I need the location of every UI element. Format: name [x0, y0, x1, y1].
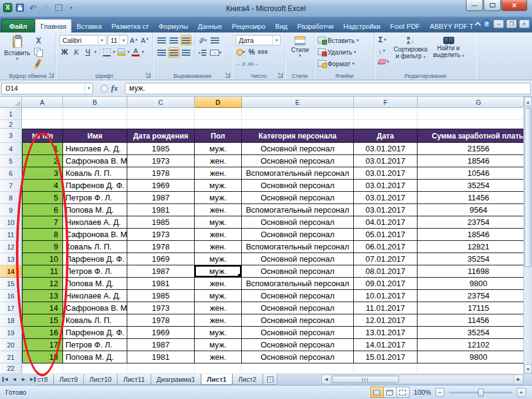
cell-B15[interactable]: Попова М. Д.: [63, 278, 127, 290]
cell-A19[interactable]: 16: [22, 327, 63, 339]
cell-D16[interactable]: муж.: [195, 290, 242, 302]
cell-B3[interactable]: Имя: [63, 129, 127, 143]
column-header-A[interactable]: A: [22, 97, 63, 108]
cell-G21[interactable]: 9800: [418, 351, 523, 363]
cell-D4[interactable]: муж.: [195, 143, 242, 155]
scroll-up-button[interactable]: ▲: [524, 97, 532, 107]
cell-B19[interactable]: Парфенов Д. Ф.: [63, 327, 127, 339]
insert-sheet-button[interactable]: [263, 374, 277, 385]
cell-C13[interactable]: 1969: [127, 253, 195, 265]
clear-button[interactable]: ▾: [378, 57, 390, 67]
name-box[interactable]: D14 ▾: [1, 83, 93, 94]
paste-button[interactable]: Вставить ▾: [3, 35, 31, 67]
copy-button[interactable]: [33, 47, 43, 56]
cell-A18[interactable]: 15: [22, 314, 63, 327]
zoom-out-button[interactable]: −: [435, 388, 444, 397]
cell-E8[interactable]: Основной персонал: [242, 192, 354, 204]
cell-G1[interactable]: [418, 108, 523, 120]
cell-F11[interactable]: 05.01.2017: [354, 229, 418, 241]
cell-C7[interactable]: 1969: [127, 180, 195, 192]
insert-function-button[interactable]: fx: [111, 83, 118, 93]
row-header-9[interactable]: 9: [0, 204, 22, 216]
cell-E20[interactable]: Основной персонал: [242, 339, 354, 351]
cell-F22[interactable]: [354, 363, 418, 374]
cell-A15[interactable]: 12: [22, 278, 63, 290]
horizontal-scroll-thumb[interactable]: [332, 376, 399, 383]
cell-F6[interactable]: 03.01.2017: [354, 167, 418, 180]
cell-A10[interactable]: 7: [22, 216, 63, 229]
cell-B20[interactable]: Петров Ф. Л.: [63, 339, 127, 351]
cell-E9[interactable]: Вспомогательный персонал: [242, 204, 354, 216]
row-header-17[interactable]: 17: [0, 302, 22, 314]
cell-C9[interactable]: 1981: [127, 204, 195, 216]
delete-cells-button[interactable]: Удалить ▾: [318, 47, 372, 57]
row-header-18[interactable]: 18: [0, 314, 22, 327]
italic-button[interactable]: К: [71, 47, 81, 57]
cell-D13[interactable]: муж.: [195, 253, 242, 265]
styles-button[interactable]: Стили ▾: [288, 35, 312, 58]
cell-C19[interactable]: 1969: [127, 327, 195, 339]
cell-C17[interactable]: 1973: [127, 302, 195, 314]
row-header-4[interactable]: 4: [0, 143, 22, 155]
ribbon-tab-Разметка ст[interactable]: Разметка ст: [107, 20, 154, 32]
cell-F2[interactable]: [354, 120, 418, 129]
alignment-dialog-launcher[interactable]: [225, 73, 230, 78]
cell-B9[interactable]: Попова М. Д.: [63, 204, 127, 216]
page-layout-view-button[interactable]: [383, 387, 397, 398]
font-color-button[interactable]: А: [131, 47, 141, 57]
cell-G15[interactable]: 9800: [418, 278, 523, 290]
cell-B22[interactable]: [63, 363, 127, 374]
cell-D21[interactable]: жен.: [195, 351, 242, 363]
cell-C12[interactable]: 1978: [127, 241, 195, 253]
cell-C18[interactable]: 1978: [127, 314, 195, 327]
cell-E3[interactable]: Категория персонала: [242, 129, 354, 143]
sheet-tab-Лист9[interactable]: Лист9: [53, 374, 84, 385]
cell-B2[interactable]: [63, 120, 127, 129]
cell-G2[interactable]: [418, 120, 523, 129]
cell-C16[interactable]: 1985: [127, 290, 195, 302]
fill-color-button[interactable]: [116, 47, 126, 57]
font-dialog-launcher[interactable]: [146, 73, 151, 78]
cell-G19[interactable]: 35254: [418, 327, 523, 339]
cell-A21[interactable]: 18: [22, 351, 63, 363]
ribbon-tab-ABBYY PDF T[interactable]: ABBYY PDF T: [425, 20, 478, 32]
ribbon-tab-Разработчи[interactable]: Разработчи: [292, 20, 338, 32]
cell-E19[interactable]: Основной персонал: [242, 327, 354, 339]
cell-E1[interactable]: [242, 108, 354, 120]
cell-C6[interactable]: 1978: [127, 167, 195, 180]
cell-D12[interactable]: жен.: [195, 241, 242, 253]
row-header-11[interactable]: 11: [0, 229, 22, 241]
cell-E11[interactable]: Основной персонал: [242, 229, 354, 241]
cell-D8[interactable]: муж.: [195, 192, 242, 204]
cell-G4[interactable]: 21556: [418, 143, 523, 155]
cell-G5[interactable]: 18546: [418, 155, 523, 167]
cell-G16[interactable]: 23754: [418, 290, 523, 302]
zoom-slider-thumb[interactable]: [478, 389, 484, 397]
cell-G14[interactable]: 11698: [418, 265, 523, 278]
row-header-6[interactable]: 6: [0, 167, 22, 180]
cell-D5[interactable]: жен.: [195, 155, 242, 167]
cell-B11[interactable]: Сафронова В. М.: [63, 229, 127, 241]
row-header-2[interactable]: 2: [0, 120, 22, 129]
cell-G6[interactable]: 10546: [418, 167, 523, 180]
cell-C8[interactable]: 1987: [127, 192, 195, 204]
cell-A9[interactable]: 6: [22, 204, 63, 216]
cell-A14[interactable]: 11: [22, 265, 63, 278]
cell-F3[interactable]: Дата: [354, 129, 418, 143]
sheet-tab-Лист8[interactable]: Лист8: [38, 374, 54, 385]
cell-F5[interactable]: 03.01.2017: [354, 155, 418, 167]
cell-D15[interactable]: жен.: [195, 278, 242, 290]
number-format-select[interactable]: Дата ▾: [236, 35, 281, 45]
cell-D3[interactable]: Пол: [195, 129, 242, 143]
cell-G17[interactable]: 17115: [418, 302, 523, 314]
clipboard-dialog-launcher[interactable]: [49, 73, 54, 78]
row-header-12[interactable]: 12: [0, 241, 22, 253]
cell-C4[interactable]: 1985: [127, 143, 195, 155]
row-header-8[interactable]: 8: [0, 192, 22, 204]
vertical-scroll-thumb[interactable]: [525, 108, 531, 267]
cut-button[interactable]: [33, 36, 43, 45]
cell-G12[interactable]: 12821: [418, 241, 523, 253]
cell-A8[interactable]: 5: [22, 192, 63, 204]
cell-A3[interactable]: № п/п: [22, 129, 63, 143]
accounting-format-button[interactable]: ▾: [236, 47, 245, 57]
